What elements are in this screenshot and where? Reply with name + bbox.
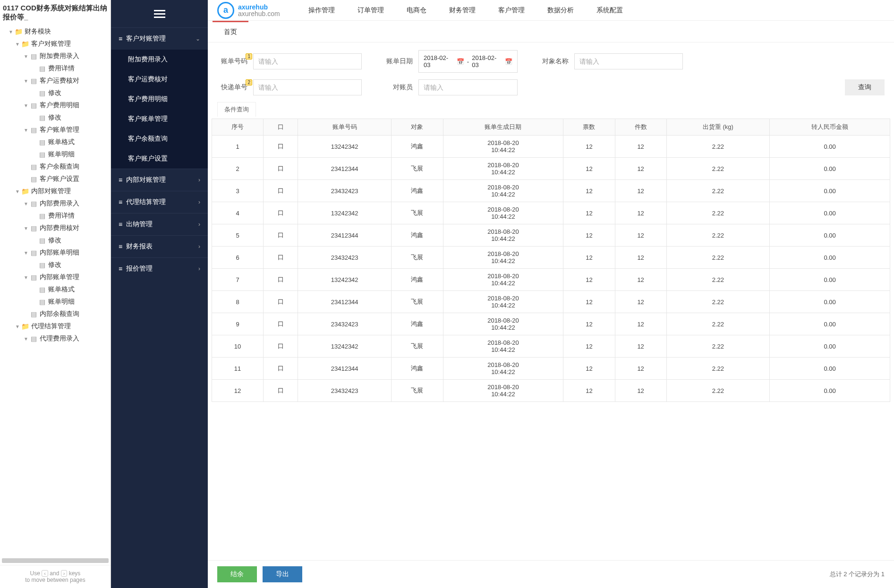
table-cell: 2018-08-2010:44:22 (443, 313, 563, 335)
table-cell: 2.22 (666, 180, 769, 202)
scrollbar-stub[interactable] (2, 558, 109, 563)
object-input[interactable] (574, 53, 683, 69)
table-cell: 口 (264, 313, 298, 335)
express-no-input[interactable] (253, 79, 362, 95)
condition-query-tab[interactable]: 条件查询 (217, 102, 256, 117)
tree-node[interactable]: ▼📁内部对账管理 (2, 185, 109, 197)
tree-node[interactable]: ▤修改 (2, 259, 109, 271)
tree-node[interactable]: ▤内部余额查询 (2, 308, 109, 320)
table-cell: 12 (563, 158, 615, 180)
tree-label: 修改 (48, 261, 61, 269)
top-nav-item[interactable]: 订单管理 (358, 6, 384, 15)
tree-label: 客户账单管理 (40, 126, 79, 134)
table-row[interactable]: 12口23432423飞展2018-08-2010:44:2212122.220… (212, 380, 890, 402)
sidebar-subitem[interactable]: 客户运费核对 (111, 69, 208, 89)
table-cell: 0.00 (770, 269, 890, 291)
settle-button[interactable]: 结余 (217, 566, 257, 582)
tree-node[interactable]: ▼▤附加费用录入 (2, 50, 109, 62)
right-key-icon: › (61, 570, 68, 577)
top-nav: 操作管理订单管理电商仓财务管理客户管理数据分析系统配置 (308, 6, 623, 15)
table-row[interactable]: 3口23432423鸿鑫2018-08-2010:44:2212122.220.… (212, 180, 890, 202)
table-cell: 2.22 (666, 269, 769, 291)
table-row[interactable]: 6口23432423飞展2018-08-2010:44:2212122.220.… (212, 247, 890, 269)
sidebar-group[interactable]: ≡客户对账管理⌄ (111, 27, 208, 50)
tree-label: 客户费用明细 (40, 101, 79, 110)
tree-node[interactable]: ▼▤客户运费核对 (2, 75, 109, 87)
tree-node[interactable]: ▼▤内部费用核对 (2, 222, 109, 234)
tree-node[interactable]: ▼📁代理结算管理 (2, 320, 109, 332)
tree-node[interactable]: ▼📁客户对账管理 (2, 38, 109, 50)
table-cell: 12 (563, 313, 615, 335)
tree-node[interactable]: ▤客户账户设置 (2, 173, 109, 185)
table-row[interactable]: 11口23412344鸿鑫2018-08-2010:44:2212122.220… (212, 358, 890, 380)
search-button[interactable]: 查询 (845, 79, 885, 95)
bill-no-input[interactable] (253, 53, 362, 69)
page-icon: ▤ (38, 298, 46, 306)
sidebar-subitem[interactable]: 附加费用录入 (111, 50, 208, 69)
tree-node[interactable]: ▤客户余额查询 (2, 161, 109, 173)
table-cell: 0.00 (770, 136, 890, 158)
tree-node[interactable]: ▤账单明细 (2, 296, 109, 308)
table-row[interactable]: 8口23412344飞展2018-08-2010:44:2212122.220.… (212, 291, 890, 313)
table-row[interactable]: 2口23412344飞展2018-08-2010:44:2212122.220.… (212, 158, 890, 180)
sidebar-toggle[interactable] (111, 0, 208, 27)
table-row[interactable]: 10口13242342飞展2018-08-2010:44:2212122.220… (212, 335, 890, 358)
top-nav-item[interactable]: 客户管理 (498, 6, 525, 15)
tree-node[interactable]: ▤修改 (2, 111, 109, 124)
tree-label: 账单明细 (48, 150, 75, 159)
tree-node[interactable]: ▼📁财务模块 (2, 26, 109, 38)
table-row[interactable]: 7口13242342鸿鑫2018-08-2010:44:2212122.220.… (212, 269, 890, 291)
tree-node[interactable]: ▼▤客户费用明细 (2, 99, 109, 111)
sidebar-group[interactable]: ≡财务报表› (111, 235, 208, 257)
top-nav-item[interactable]: 操作管理 (308, 6, 335, 15)
tree-node[interactable]: ▼▤代理费用录入 (2, 332, 109, 345)
tree-label: 账单格式 (48, 285, 75, 294)
tree-node[interactable]: ▤费用详情 (2, 210, 109, 222)
table-row[interactable]: 4口13242342飞展2018-08-2010:44:2212122.220.… (212, 202, 890, 224)
tree-node[interactable]: ▼▤客户账单管理 (2, 124, 109, 136)
tree-node[interactable]: ▤账单明细 (2, 148, 109, 161)
table-header: 件数 (615, 119, 666, 136)
sidebar-subitem[interactable]: 客户余额查询 (111, 129, 208, 149)
sidebar-group[interactable]: ≡报价管理› (111, 257, 208, 280)
table-cell: 0.00 (770, 291, 890, 313)
tree-node[interactable]: ▤账单格式 (2, 136, 109, 148)
tree-node[interactable]: ▼▤内部账单管理 (2, 271, 109, 283)
sidebar-group[interactable]: ≡出纳管理› (111, 213, 208, 235)
tree-node[interactable]: ▤修改 (2, 87, 109, 99)
tree-node[interactable]: ▼▤内部费用录入 (2, 197, 109, 210)
table-cell: 0.00 (770, 247, 890, 269)
table-cell: 2.22 (666, 136, 769, 158)
table-row[interactable]: 1口13242342鸿鑫2018-08-2010:44:2212122.220.… (212, 136, 890, 158)
logo[interactable]: a axurehub axurehub.com (217, 2, 280, 19)
tab-home[interactable]: 首页 (213, 21, 248, 42)
sidebar-group[interactable]: ≡代理结算管理› (111, 191, 208, 213)
sidebar-subitem[interactable]: 客户费用明细 (111, 89, 208, 109)
table-cell: 0.00 (770, 180, 890, 202)
table-cell: 12 (563, 335, 615, 358)
table-cell: 口 (264, 202, 298, 224)
sidebar-subitem[interactable]: 客户账户设置 (111, 149, 208, 169)
table-cell: 23432423 (298, 247, 391, 269)
export-button[interactable]: 导出 (263, 566, 302, 582)
table-row[interactable]: 5口23412344鸿鑫2018-08-2010:44:2212122.220.… (212, 224, 890, 247)
top-nav-item[interactable]: 财务管理 (449, 6, 476, 15)
tree-node[interactable]: ▤账单格式 (2, 283, 109, 296)
folder-icon: 📁 (21, 40, 29, 48)
top-nav-item[interactable]: 电商仓 (407, 6, 426, 15)
tree-node[interactable]: ▤费用详情 (2, 62, 109, 75)
tree-node[interactable]: ▤修改 (2, 234, 109, 247)
top-nav-item[interactable]: 数据分析 (547, 6, 574, 15)
page-icon: ▤ (29, 175, 38, 183)
table-cell: 23432423 (298, 380, 391, 402)
top-nav-item[interactable]: 系统配置 (596, 6, 623, 15)
page-icon: ▤ (38, 138, 46, 146)
tree-label: 账单格式 (48, 138, 75, 146)
sidebar-group[interactable]: ≡内部对账管理› (111, 169, 208, 191)
tree-node[interactable]: ▼▤内部账单明细 (2, 247, 109, 259)
page-icon: ▤ (29, 52, 38, 60)
sidebar-subitem[interactable]: 客户账单管理 (111, 109, 208, 129)
checker-input[interactable] (418, 79, 518, 95)
table-row[interactable]: 9口23432423鸿鑫2018-08-2010:44:2212122.220.… (212, 313, 890, 335)
date-range-picker[interactable]: 2018-02-03 📅 - 2018-02-03 📅 (418, 50, 518, 73)
